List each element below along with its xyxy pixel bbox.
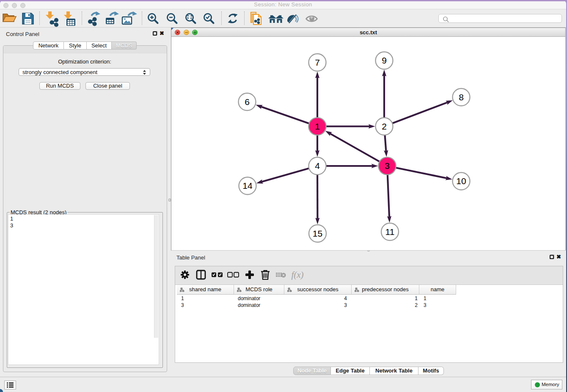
svg-text:15: 15 [313,229,322,238]
svg-text:8: 8 [459,92,464,102]
svg-text:3: 3 [385,161,390,171]
svg-text:11: 11 [385,227,395,237]
svg-text:10: 10 [456,176,466,186]
svg-text:9: 9 [382,55,387,65]
svg-text:1: 1 [315,121,320,131]
svg-text:7: 7 [315,58,320,67]
svg-text:2: 2 [382,121,387,131]
svg-text:4: 4 [315,161,320,171]
svg-text:6: 6 [245,97,250,107]
svg-text:f(x): f(x) [291,270,303,280]
svg-text:14: 14 [242,181,253,190]
